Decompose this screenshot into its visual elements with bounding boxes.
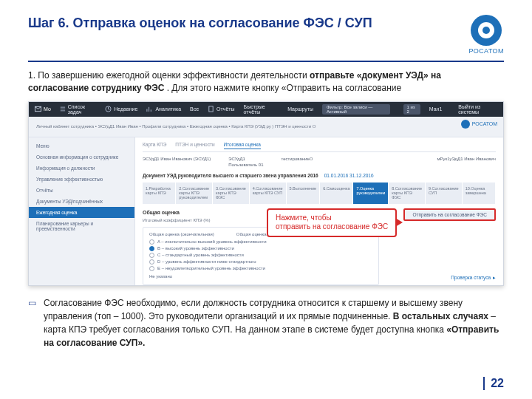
tab-analytics-label: Аналитика bbox=[155, 106, 181, 112]
main-panel: Карта КПЭ ПТЭН и ценности Итоговая оценк… bbox=[135, 137, 503, 286]
doc-title: Документ УЭД руководителя высшего и стар… bbox=[143, 173, 496, 178]
doctab-pten[interactable]: ПТЭН и ценности bbox=[175, 142, 214, 149]
sidebar-item-docs[interactable]: Документы УЭД/подчинённых bbox=[29, 196, 134, 207]
app-screenshot: Мо Список задач Недавние Аналитика Все О… bbox=[28, 101, 504, 286]
sidebar-item-career[interactable]: Планирование карьеры и преемственности bbox=[29, 218, 134, 234]
app-topbar: Мо Список задач Недавние Аналитика Все О… bbox=[29, 102, 503, 117]
eval-opt-d[interactable]: D – уровень эффективности ниже стандартн… bbox=[149, 259, 372, 265]
status-check-link[interactable]: Проверка статуса ▸ bbox=[451, 275, 496, 281]
person-cols: ЭСУдД1 Иван Иванович (ЭСУД1) ЭСУдД1Польз… bbox=[143, 157, 496, 167]
sidebar-item-basic[interactable]: Основная информация о сотруднике bbox=[29, 151, 134, 163]
step-stripe: 1.Разработка карты КПЭ 2.Согласование ка… bbox=[143, 183, 496, 204]
doc-tabs: Карта КПЭ ПТЭН и ценности Итоговая оценк… bbox=[143, 142, 496, 152]
tab-tasks[interactable]: Список задач bbox=[60, 104, 96, 115]
doctab-final[interactable]: Итоговая оценка bbox=[224, 142, 261, 149]
app-brand: РОСАТОМ bbox=[461, 120, 497, 129]
doc-icon bbox=[208, 106, 214, 112]
sidebar-item-reports[interactable]: Отчёты bbox=[29, 185, 134, 196]
tab-fast-label: Быстрые отчёты bbox=[244, 104, 279, 115]
radio-icon bbox=[149, 239, 154, 245]
step-9[interactable]: 9.Согласование СУП bbox=[426, 183, 463, 204]
slide: Шаг 6. Отправка оценок на согласование Ф… bbox=[0, 0, 532, 399]
step-6[interactable]: 6.Самооценка bbox=[320, 183, 353, 204]
brand-name: РОСАТОМ bbox=[469, 47, 505, 55]
tab-all[interactable]: Все bbox=[190, 106, 199, 112]
pager[interactable]: 1 из 2 bbox=[403, 104, 420, 115]
step-4[interactable]: 4.Согласование карты КПЭ СУП bbox=[250, 183, 287, 204]
step-3[interactable]: 3.Согласование карты КПЭ ФЭС bbox=[213, 183, 250, 204]
radio-icon bbox=[149, 246, 154, 251]
logout-link[interactable]: Выйти из системы bbox=[458, 104, 497, 115]
sidebar-item-perf[interactable]: Управление эффективностью bbox=[29, 174, 134, 185]
footnote-text: Согласование ФЭС необходимо, если должно… bbox=[44, 296, 504, 349]
rosatom-icon bbox=[471, 15, 502, 46]
step-5[interactable]: 5.Выполнение bbox=[287, 183, 321, 204]
chevron-right-icon: ▸ bbox=[493, 275, 496, 281]
doctab-kpi[interactable]: Карта КПЭ bbox=[143, 142, 166, 149]
eval-opt-a[interactable]: A – исключительно высокий уровень эффект… bbox=[149, 239, 372, 245]
tab-routes-label: Маршруты bbox=[287, 106, 313, 112]
step-8[interactable]: 8.Согласование карты КПЭ ФЭС bbox=[389, 183, 426, 204]
list-icon bbox=[60, 106, 66, 112]
step-10[interactable]: 10.Оценка завершена bbox=[463, 183, 496, 204]
envelope-icon bbox=[35, 106, 41, 112]
tab-routes[interactable]: Маршруты bbox=[287, 106, 313, 112]
person-col-3: тестированиеО bbox=[282, 157, 313, 167]
person-col-4: мРук1уЭдД1 Иван Иванович bbox=[437, 157, 496, 167]
sidebar-item-position[interactable]: Информация о должности bbox=[29, 163, 134, 174]
filter-pill[interactable]: Фильтр: Все записи — Активный bbox=[322, 104, 390, 115]
send-to-fes-button[interactable]: Отправить на согласование ФЭС bbox=[403, 208, 496, 221]
person-col-2: ЭСУдД1Пользователь 01 bbox=[228, 157, 263, 167]
app-brand-text: РОСАТОМ bbox=[472, 121, 497, 126]
sidebar: Меню Основная информация о сотруднике Ин… bbox=[29, 137, 135, 286]
page-number: 22 bbox=[483, 377, 504, 390]
rosatom-icon-small bbox=[461, 120, 470, 129]
tab-manual[interactable]: Ман1 bbox=[429, 106, 443, 112]
tab-tasks-label: Список задач bbox=[68, 104, 97, 115]
status-check-label: Проверка статуса bbox=[451, 275, 491, 280]
eval-na: Не указано bbox=[149, 274, 372, 279]
title-rule bbox=[28, 61, 504, 62]
eval-opt-c[interactable]: C – стандартный уровень эффективности bbox=[149, 253, 372, 258]
radio-icon bbox=[149, 259, 154, 265]
tab-fastreports[interactable]: Быстрые отчёты bbox=[244, 104, 279, 115]
tab-reports-label: Отчёты bbox=[216, 106, 234, 112]
slide-title: Шаг 6. Отправка оценок на согласование Ф… bbox=[28, 15, 372, 32]
intro-prefix: 1. По завершению ежегодной оценки эффект… bbox=[28, 70, 310, 81]
tab-recent[interactable]: Недавние bbox=[105, 106, 137, 112]
app-body: Меню Основная информация о сотруднике Ин… bbox=[29, 137, 503, 286]
tab-recent-label: Недавние bbox=[114, 106, 137, 112]
radio-icon bbox=[149, 266, 154, 271]
sidebar-item-annual[interactable]: Ежегодная оценка bbox=[29, 207, 134, 218]
svg-rect-2 bbox=[209, 106, 213, 112]
chart-icon bbox=[146, 106, 153, 112]
eval-hdr-1: Общая оценка (окончательная) bbox=[149, 232, 214, 236]
eval-opt-b[interactable]: B – высокий уровень эффективности bbox=[149, 246, 372, 251]
doc-title-text: Документ УЭД руководителя высшего и стар… bbox=[143, 173, 318, 178]
step-1[interactable]: 1.Разработка карты КПЭ bbox=[143, 183, 176, 204]
tab-reports[interactable]: Отчёты bbox=[208, 106, 234, 112]
intro-text: 1. По завершению ежегодной оценки эффект… bbox=[28, 69, 504, 95]
intro-tail: . Для этого нажмите кнопку «Отправить на… bbox=[167, 83, 402, 93]
doc-dates: 01.01.2016 31.12.2016 bbox=[324, 173, 374, 178]
clock-icon bbox=[105, 106, 112, 112]
footnote: ▭ Согласование ФЭС необходимо, если долж… bbox=[28, 296, 504, 349]
eval-opt-e[interactable]: E – неудовлетворительный уровень эффекти… bbox=[149, 266, 372, 271]
tab-mail[interactable]: Мо bbox=[35, 106, 51, 112]
step-7[interactable]: 7.Оценка руководителем bbox=[353, 183, 389, 204]
breadcrumb: Личный кабинет сотрудника • ЭСУдД1 Иван … bbox=[29, 117, 503, 137]
tab-mail-label: Мо bbox=[44, 106, 51, 112]
sidebar-item-menu[interactable]: Меню bbox=[29, 140, 134, 151]
person-col-1: ЭСУдД1 Иван Иванович (ЭСУД1) bbox=[143, 157, 211, 167]
bullet-icon: ▭ bbox=[28, 296, 36, 349]
brand-logo: РОСАТОМ bbox=[469, 15, 505, 55]
tab-all-label: Все bbox=[190, 106, 199, 112]
step-2[interactable]: 2.Согласование карты КПЭ руководителем bbox=[176, 183, 213, 204]
fn-bold1: В остальных случаях bbox=[393, 311, 488, 321]
title-row: Шаг 6. Отправка оценок на согласование Ф… bbox=[28, 15, 504, 55]
callout-tooltip: Нажмите, чтобы отправить на согласование… bbox=[267, 208, 397, 237]
radio-icon bbox=[149, 253, 154, 258]
tab-analytics[interactable]: Аналитика bbox=[146, 106, 181, 112]
